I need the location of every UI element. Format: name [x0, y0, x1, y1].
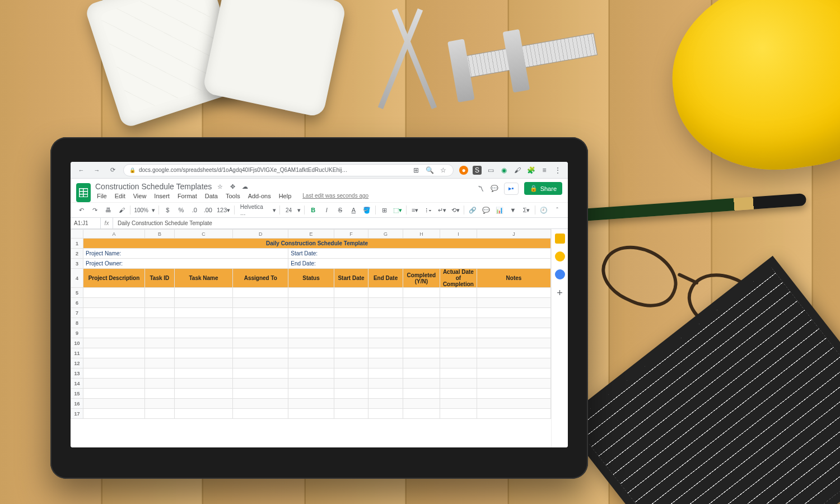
end-date-label[interactable]: End Date: — [288, 259, 551, 269]
header-end-date[interactable]: End Date — [368, 269, 403, 288]
cell[interactable] — [477, 368, 550, 379]
col-header[interactable]: D — [233, 230, 288, 239]
browser-menu-icon[interactable]: ⋮ — [553, 166, 562, 175]
cell[interactable] — [83, 308, 145, 318]
cell[interactable] — [83, 368, 145, 379]
row-header[interactable]: 8 — [71, 318, 83, 328]
cell[interactable] — [288, 308, 334, 318]
cell[interactable] — [145, 389, 175, 399]
project-owner-label[interactable]: Project Owner: — [83, 259, 288, 269]
cell[interactable] — [174, 298, 233, 308]
cell[interactable] — [403, 389, 440, 399]
activity-icon[interactable]: 〽 — [477, 185, 485, 193]
row-header[interactable]: 2 — [71, 249, 83, 259]
header-notes[interactable]: Notes — [477, 269, 550, 288]
cell[interactable] — [368, 409, 403, 419]
cell[interactable] — [403, 308, 440, 318]
col-header[interactable]: G — [368, 230, 403, 239]
project-name-label[interactable]: Project Name: — [83, 249, 288, 259]
h-align-button[interactable]: ≡▾ — [410, 205, 420, 215]
cell[interactable] — [288, 338, 334, 348]
cell[interactable] — [233, 389, 288, 399]
move-icon[interactable]: ✥ — [228, 183, 236, 190]
row-header[interactable]: 6 — [71, 298, 83, 308]
cell[interactable] — [403, 379, 440, 389]
cell[interactable] — [368, 308, 403, 318]
cell[interactable] — [477, 338, 550, 348]
cell[interactable] — [440, 288, 477, 298]
cell[interactable] — [334, 358, 368, 368]
cell[interactable] — [477, 358, 550, 368]
sheet-title-cell[interactable]: Daily Construction Schedule Template — [83, 239, 551, 249]
cell[interactable] — [145, 399, 175, 409]
cell[interactable] — [368, 338, 403, 348]
cell[interactable] — [403, 338, 440, 348]
cell[interactable] — [174, 288, 233, 298]
cell[interactable] — [477, 328, 550, 338]
cell[interactable] — [477, 308, 550, 318]
header-completed[interactable]: Completed (Y/N) — [403, 269, 440, 288]
cell[interactable] — [233, 409, 288, 419]
zoom-icon[interactable]: 🔍 — [425, 166, 434, 175]
header-start-date[interactable]: Start Date — [334, 269, 368, 288]
cell[interactable] — [288, 379, 334, 389]
header-task-name[interactable]: Task Name — [174, 269, 233, 288]
star-icon[interactable]: ☆ — [438, 166, 447, 175]
cell[interactable] — [368, 318, 403, 328]
bold-button[interactable]: B — [308, 205, 318, 215]
row-header[interactable]: 11 — [71, 348, 83, 358]
cell[interactable] — [83, 288, 145, 298]
undo-button[interactable]: ↶ — [76, 205, 86, 215]
cell[interactable] — [145, 368, 175, 379]
cell[interactable] — [403, 288, 440, 298]
col-header[interactable]: B — [145, 230, 175, 239]
row-header[interactable]: 7 — [71, 308, 83, 318]
cell[interactable] — [288, 318, 334, 328]
cell[interactable] — [368, 368, 403, 379]
print-button[interactable]: 🖶 — [103, 205, 113, 215]
cell[interactable] — [477, 409, 550, 419]
cell[interactable] — [440, 358, 477, 368]
increase-decimal-button[interactable]: .00 — [203, 205, 213, 215]
menu-data[interactable]: Data — [203, 192, 220, 200]
collapse-toolbar-button[interactable]: ˆ — [552, 205, 562, 215]
cell[interactable] — [145, 379, 175, 389]
calendar-icon[interactable] — [555, 234, 565, 244]
col-header[interactable]: C — [174, 230, 233, 239]
functions-button[interactable]: Σ▾ — [521, 205, 531, 215]
cell[interactable] — [334, 288, 368, 298]
zoom-select[interactable]: 100% — [134, 205, 149, 215]
cell[interactable] — [440, 389, 477, 399]
extensions-puzzle-icon[interactable]: 🧩 — [526, 166, 535, 175]
menu-help[interactable]: Help — [277, 192, 293, 200]
cell[interactable] — [233, 338, 288, 348]
cell[interactable] — [233, 288, 288, 298]
redo-button[interactable]: ↷ — [90, 205, 100, 215]
header-project-description[interactable]: Project Description — [83, 269, 145, 288]
col-header[interactable]: I — [440, 230, 477, 239]
extension-icon[interactable]: ◉ — [500, 166, 508, 175]
cell[interactable] — [403, 348, 440, 358]
header-status[interactable]: Status — [288, 269, 334, 288]
row-header[interactable]: 15 — [71, 389, 83, 399]
cell[interactable] — [403, 298, 440, 308]
cell[interactable] — [334, 368, 368, 379]
chart-button[interactable]: 📊 — [494, 205, 505, 215]
row-header[interactable]: 12 — [71, 358, 83, 368]
cell[interactable] — [368, 399, 403, 409]
cell[interactable] — [368, 389, 403, 399]
cell[interactable] — [368, 348, 403, 358]
cell[interactable] — [477, 298, 550, 308]
menu-addons[interactable]: Add-ons — [246, 192, 273, 200]
cell[interactable] — [403, 409, 440, 419]
cell[interactable] — [368, 358, 403, 368]
extension-icon[interactable]: ▭ — [486, 166, 495, 175]
cell[interactable] — [440, 308, 477, 318]
col-header[interactable]: H — [403, 230, 440, 239]
extension-icon[interactable]: 🖌 — [513, 166, 522, 175]
formula-bar[interactable]: Daily Construction Schedule Template — [113, 220, 568, 226]
cell[interactable] — [288, 348, 334, 358]
present-button[interactable]: ▸▪ — [504, 183, 519, 195]
cell[interactable] — [403, 358, 440, 368]
cell[interactable] — [334, 318, 368, 328]
